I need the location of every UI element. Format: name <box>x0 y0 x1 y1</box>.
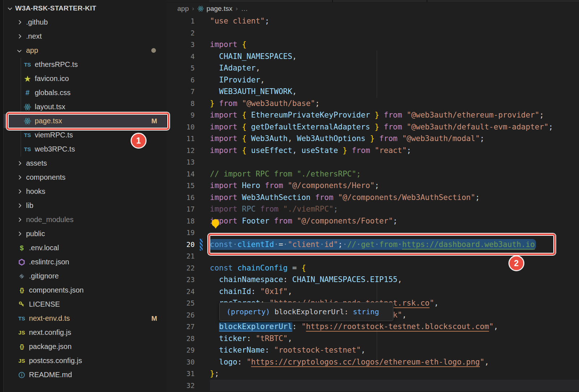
dollar-icon: $ <box>17 244 26 252</box>
code-line-9[interactable]: 9import { EthereumPrivateKeyProvider } f… <box>166 109 579 121</box>
code-line-28[interactable]: 28 ticker: "tRBTC", <box>166 333 579 345</box>
sidebar-item-components[interactable]: components <box>4 170 166 184</box>
window-left-edge <box>0 0 4 392</box>
sidebar-item--gitignore[interactable]: .gitignore <box>4 269 166 283</box>
code-line-10[interactable]: 10import { getDefaultExternalAdapters } … <box>166 121 579 133</box>
sidebar-item-hooks[interactable]: hooks <box>4 184 166 199</box>
code-line-5[interactable]: 5 IAdapter, <box>166 62 579 74</box>
line-number: 16 <box>166 192 195 204</box>
code-line-2[interactable]: 2 <box>166 27 579 39</box>
react-icon <box>197 5 204 12</box>
file-label: globals.css <box>35 89 71 97</box>
svg-text:i: i <box>21 373 22 377</box>
file-label: .gitignore <box>29 272 59 280</box>
code-line-1[interactable]: 1"use client"; <box>166 15 579 27</box>
sidebar-item-lib[interactable]: lib <box>4 199 166 213</box>
code-line-4[interactable]: 4 CHAIN_NAMESPACES, <box>166 51 579 63</box>
code-line-31[interactable]: 31}; <box>166 368 579 380</box>
sidebar-item--next[interactable]: .next <box>4 29 166 43</box>
sidebar-item-components-json[interactable]: {}components.json <box>4 283 166 297</box>
tooltip-text: (property) blockExplorerUrl: string <box>227 307 379 316</box>
chevron-down-icon[interactable] <box>16 47 23 54</box>
sidebar-item-next-config-js[interactable]: JSnext.config.js <box>4 325 166 340</box>
code-line-8[interactable]: 8} from "@web3auth/base"; <box>166 98 579 110</box>
line-number: 14 <box>166 168 195 180</box>
line-number: 11 <box>166 133 195 145</box>
sidebar-item-assets[interactable]: assets <box>4 156 166 170</box>
sidebar-item-next-env-d-ts[interactable]: TSnext-env.d.tsM <box>4 311 166 325</box>
sidebar-item-readme-md[interactable]: iREADME.md <box>4 368 166 382</box>
code-line-7[interactable]: 7 WEB3AUTH_NETWORK, <box>166 86 579 98</box>
file-label: components <box>26 173 65 182</box>
chevron-right-icon[interactable] <box>16 33 23 40</box>
code-line-6[interactable]: 6 IProvider, <box>166 74 579 86</box>
code-line-14[interactable]: 14// import RPC from "./ethersRPC"; <box>166 168 579 180</box>
sidebar-item-favicon-ico[interactable]: ★favicon.ico <box>4 72 166 86</box>
line-content: // import RPC from "./ethersRPC"; <box>210 168 361 180</box>
chevron-right-icon[interactable] <box>16 230 23 238</box>
chevron-down-icon[interactable] <box>7 5 14 12</box>
sidebar-item--eslintrc-json[interactable]: .eslintrc.json <box>4 255 166 269</box>
sidebar-item-public[interactable]: public <box>4 227 166 241</box>
code-line-27[interactable]: 27 blockExplorerUrl: "https://rootstock-… <box>166 321 579 333</box>
explorer-root-row[interactable]: W3A-RSK-STARTER-KIT <box>4 1 166 15</box>
sidebar-item-app[interactable]: app <box>4 43 166 57</box>
file-label: .github <box>26 18 48 26</box>
code-line-19[interactable]: 19 <box>166 227 579 239</box>
line-number: 17 <box>166 203 195 215</box>
editor-pane: app › page.tsx › … 1"use client";23impor… <box>166 0 579 392</box>
sidebar-item-license[interactable]: LICENSE <box>4 297 166 311</box>
code-line-30[interactable]: 30 logo: "https://cryptologos.cc/logos/e… <box>166 356 579 368</box>
line-content: "use client"; <box>210 15 269 27</box>
code-line-18[interactable]: 18import Footer from "@/components/Foote… <box>166 215 579 227</box>
file-label: public <box>26 230 45 238</box>
sidebar-item-node-modules[interactable]: node_modules <box>4 213 166 227</box>
line-number: 8 <box>166 98 195 110</box>
sidebar-item-layout-tsx[interactable]: layout.tsx <box>4 100 166 114</box>
code-line-3[interactable]: 3import { <box>166 39 579 51</box>
sidebar-item-page-tsx[interactable]: page.tsxM <box>4 114 166 128</box>
line-number: 28 <box>166 333 195 345</box>
code-line-13[interactable]: 13 <box>166 156 579 168</box>
annotation-step-2: 2 <box>508 255 524 271</box>
star-icon: ★ <box>23 75 32 83</box>
breadcrumb-file[interactable]: page.tsx <box>206 5 232 13</box>
line-content: chainNamespace: CHAIN_NAMESPACES.EIP155, <box>210 274 402 286</box>
sidebar-item-globals-css[interactable]: #globals.css <box>4 86 166 100</box>
code-line-17[interactable]: 17import RPC from "./viemRPC"; <box>166 203 579 215</box>
code-line-29[interactable]: 29 tickerName: "rootstock-testnet", <box>166 344 579 356</box>
chevron-right-icon[interactable] <box>16 216 23 223</box>
sidebar-item--github[interactable]: .github <box>4 15 166 29</box>
sidebar-item-ethersrpc-ts[interactable]: TSethersRPC.ts <box>4 57 166 72</box>
line-number: 7 <box>166 86 195 98</box>
lightbulb-icon[interactable] <box>212 219 219 227</box>
code-line-16[interactable]: 16import Web3AuthSection from "@/compone… <box>166 192 579 204</box>
breadcrumb-folder[interactable]: app <box>177 5 189 13</box>
line-number: 6 <box>166 74 195 86</box>
js-icon: JS <box>17 357 26 365</box>
chevron-right-icon[interactable] <box>16 19 23 26</box>
ts-icon: TS <box>23 61 32 69</box>
eslint-icon <box>17 258 26 266</box>
code-line-24[interactable]: 24 chainId: "0x1f", <box>166 286 579 298</box>
chevron-right-icon[interactable] <box>16 174 23 181</box>
line-content: chainId: "0x1f", <box>210 286 292 298</box>
code-line-20[interactable]: 20const·clientId·=·"client·id";·//·get·f… <box>166 239 579 251</box>
chevron-right-icon[interactable] <box>16 160 23 167</box>
code-line-11[interactable]: 11import { Web3Auth, Web3AuthOptions } f… <box>166 133 579 145</box>
explorer-sidebar: W3A-RSK-STARTER-KIT .github.nextappTSeth… <box>4 0 166 392</box>
sidebar-item-postcss-config-js[interactable]: JSpostcss.config.js <box>4 354 166 368</box>
breadcrumb-more[interactable]: … <box>241 5 248 13</box>
line-content: const·clientId·=·"client·id";·//·get·fro… <box>210 239 535 251</box>
line-content: CHAIN_NAMESPACES, <box>210 51 297 63</box>
chevron-right-icon[interactable] <box>16 188 23 195</box>
sidebar-item-package-json[interactable]: {}package.json <box>4 340 166 354</box>
chevron-right-icon[interactable] <box>16 202 23 209</box>
active-tab-sliver[interactable] <box>166 0 209 2</box>
code-line-23[interactable]: 23 chainNamespace: CHAIN_NAMESPACES.EIP1… <box>166 274 579 286</box>
code-line-32[interactable]: 32 <box>166 380 579 392</box>
line-content: ticker: "tRBTC", <box>210 333 292 345</box>
sidebar-item--env-local[interactable]: $.env.local <box>4 241 166 255</box>
code-line-15[interactable]: 15import Hero from "@/components/Hero"; <box>166 180 579 192</box>
code-line-12[interactable]: 12import { useEffect, useState } from "r… <box>166 145 579 157</box>
